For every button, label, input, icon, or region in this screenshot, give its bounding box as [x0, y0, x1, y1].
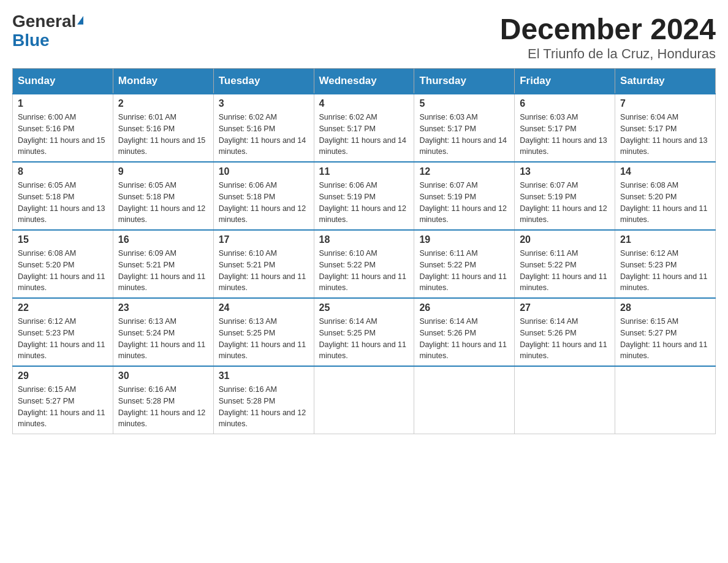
calendar-cell: 5 Sunrise: 6:03 AM Sunset: 5:17 PM Dayli… [414, 94, 515, 162]
column-header-monday: Monday [113, 69, 213, 94]
day-number: 19 [419, 234, 509, 245]
calendar-cell: 4 Sunrise: 6:02 AM Sunset: 5:17 PM Dayli… [314, 94, 414, 162]
day-info: Sunrise: 6:12 AM Sunset: 5:23 PM Dayligh… [18, 316, 108, 362]
column-header-thursday: Thursday [414, 69, 515, 94]
calendar-cell: 28 Sunrise: 6:15 AM Sunset: 5:27 PM Dayl… [615, 298, 716, 366]
calendar-cell: 7 Sunrise: 6:04 AM Sunset: 5:17 PM Dayli… [615, 94, 716, 162]
day-number: 25 [319, 302, 409, 313]
day-number: 20 [520, 234, 610, 245]
title-area: December 2024 El Triunfo de la Cruz, Hon… [500, 12, 716, 62]
calendar-cell: 30 Sunrise: 6:16 AM Sunset: 5:28 PM Dayl… [113, 366, 213, 434]
calendar-cell: 20 Sunrise: 6:11 AM Sunset: 5:22 PM Dayl… [515, 230, 615, 298]
logo-triangle-icon [77, 16, 83, 25]
day-info: Sunrise: 6:15 AM Sunset: 5:27 PM Dayligh… [18, 384, 108, 430]
calendar-header-row: SundayMondayTuesdayWednesdayThursdayFrid… [13, 69, 716, 94]
calendar-cell: 13 Sunrise: 6:07 AM Sunset: 5:19 PM Dayl… [515, 162, 615, 230]
logo-blue-text: Blue [12, 31, 83, 50]
day-number: 10 [219, 166, 309, 177]
calendar-cell: 2 Sunrise: 6:01 AM Sunset: 5:16 PM Dayli… [113, 94, 213, 162]
column-header-friday: Friday [515, 69, 615, 94]
day-number: 29 [18, 370, 108, 381]
day-number: 13 [520, 166, 610, 177]
day-info: Sunrise: 6:04 AM Sunset: 5:17 PM Dayligh… [620, 112, 710, 158]
column-header-tuesday: Tuesday [213, 69, 314, 94]
day-number: 23 [118, 302, 208, 313]
day-number: 28 [620, 302, 710, 313]
day-info: Sunrise: 6:05 AM Sunset: 5:18 PM Dayligh… [118, 180, 208, 226]
day-info: Sunrise: 6:15 AM Sunset: 5:27 PM Dayligh… [620, 316, 710, 362]
calendar-cell: 18 Sunrise: 6:10 AM Sunset: 5:22 PM Dayl… [314, 230, 414, 298]
day-info: Sunrise: 6:14 AM Sunset: 5:26 PM Dayligh… [520, 316, 610, 362]
calendar-cell [515, 366, 615, 434]
day-info: Sunrise: 6:16 AM Sunset: 5:28 PM Dayligh… [118, 384, 208, 430]
day-number: 11 [319, 166, 409, 177]
calendar-cell: 17 Sunrise: 6:10 AM Sunset: 5:21 PM Dayl… [213, 230, 314, 298]
day-number: 30 [118, 370, 208, 381]
day-number: 26 [419, 302, 509, 313]
day-info: Sunrise: 6:10 AM Sunset: 5:21 PM Dayligh… [219, 248, 309, 294]
calendar-cell: 14 Sunrise: 6:08 AM Sunset: 5:20 PM Dayl… [615, 162, 716, 230]
day-info: Sunrise: 6:05 AM Sunset: 5:18 PM Dayligh… [18, 180, 108, 226]
day-number: 4 [319, 98, 409, 109]
day-info: Sunrise: 6:01 AM Sunset: 5:16 PM Dayligh… [118, 112, 208, 158]
day-info: Sunrise: 6:09 AM Sunset: 5:21 PM Dayligh… [118, 248, 208, 294]
day-number: 6 [520, 98, 610, 109]
calendar-cell: 31 Sunrise: 6:16 AM Sunset: 5:28 PM Dayl… [213, 366, 314, 434]
day-number: 21 [620, 234, 710, 245]
calendar-cell: 3 Sunrise: 6:02 AM Sunset: 5:16 PM Dayli… [213, 94, 314, 162]
day-info: Sunrise: 6:10 AM Sunset: 5:22 PM Dayligh… [319, 248, 409, 294]
page-title: December 2024 [500, 12, 716, 46]
week-row: 22 Sunrise: 6:12 AM Sunset: 5:23 PM Dayl… [13, 298, 716, 366]
page-subtitle: El Triunfo de la Cruz, Honduras [500, 46, 716, 62]
week-row: 29 Sunrise: 6:15 AM Sunset: 5:27 PM Dayl… [13, 366, 716, 434]
day-info: Sunrise: 6:07 AM Sunset: 5:19 PM Dayligh… [419, 180, 509, 226]
day-number: 14 [620, 166, 710, 177]
day-info: Sunrise: 6:12 AM Sunset: 5:23 PM Dayligh… [620, 248, 710, 294]
calendar-cell [314, 366, 414, 434]
day-number: 31 [219, 370, 309, 381]
calendar-cell: 27 Sunrise: 6:14 AM Sunset: 5:26 PM Dayl… [515, 298, 615, 366]
calendar-table: SundayMondayTuesdayWednesdayThursdayFrid… [12, 68, 716, 434]
day-number: 5 [419, 98, 509, 109]
calendar-cell: 29 Sunrise: 6:15 AM Sunset: 5:27 PM Dayl… [13, 366, 113, 434]
day-info: Sunrise: 6:03 AM Sunset: 5:17 PM Dayligh… [520, 112, 610, 158]
calendar-cell [414, 366, 515, 434]
page-header: General Blue December 2024 El Triunfo de… [12, 12, 716, 62]
calendar-cell: 1 Sunrise: 6:00 AM Sunset: 5:16 PM Dayli… [13, 94, 113, 162]
week-row: 1 Sunrise: 6:00 AM Sunset: 5:16 PM Dayli… [13, 94, 716, 162]
day-number: 1 [18, 98, 108, 109]
day-info: Sunrise: 6:08 AM Sunset: 5:20 PM Dayligh… [620, 180, 710, 226]
calendar-cell: 12 Sunrise: 6:07 AM Sunset: 5:19 PM Dayl… [414, 162, 515, 230]
day-number: 9 [118, 166, 208, 177]
calendar-cell: 25 Sunrise: 6:14 AM Sunset: 5:25 PM Dayl… [314, 298, 414, 366]
calendar-cell: 23 Sunrise: 6:13 AM Sunset: 5:24 PM Dayl… [113, 298, 213, 366]
day-info: Sunrise: 6:06 AM Sunset: 5:18 PM Dayligh… [219, 180, 309, 226]
day-info: Sunrise: 6:13 AM Sunset: 5:24 PM Dayligh… [118, 316, 208, 362]
calendar-cell: 9 Sunrise: 6:05 AM Sunset: 5:18 PM Dayli… [113, 162, 213, 230]
calendar-cell: 15 Sunrise: 6:08 AM Sunset: 5:20 PM Dayl… [13, 230, 113, 298]
calendar-cell: 21 Sunrise: 6:12 AM Sunset: 5:23 PM Dayl… [615, 230, 716, 298]
column-header-saturday: Saturday [615, 69, 716, 94]
calendar-cell: 11 Sunrise: 6:06 AM Sunset: 5:19 PM Dayl… [314, 162, 414, 230]
day-number: 22 [18, 302, 108, 313]
day-info: Sunrise: 6:16 AM Sunset: 5:28 PM Dayligh… [219, 384, 309, 430]
day-info: Sunrise: 6:06 AM Sunset: 5:19 PM Dayligh… [319, 180, 409, 226]
day-info: Sunrise: 6:14 AM Sunset: 5:26 PM Dayligh… [419, 316, 509, 362]
day-info: Sunrise: 6:11 AM Sunset: 5:22 PM Dayligh… [419, 248, 509, 294]
day-number: 24 [219, 302, 309, 313]
logo: General Blue [12, 12, 83, 50]
day-number: 7 [620, 98, 710, 109]
day-number: 18 [319, 234, 409, 245]
calendar-cell: 24 Sunrise: 6:13 AM Sunset: 5:25 PM Dayl… [213, 298, 314, 366]
calendar-cell: 26 Sunrise: 6:14 AM Sunset: 5:26 PM Dayl… [414, 298, 515, 366]
week-row: 8 Sunrise: 6:05 AM Sunset: 5:18 PM Dayli… [13, 162, 716, 230]
day-info: Sunrise: 6:07 AM Sunset: 5:19 PM Dayligh… [520, 180, 610, 226]
calendar-cell [615, 366, 716, 434]
day-info: Sunrise: 6:00 AM Sunset: 5:16 PM Dayligh… [18, 112, 108, 158]
day-info: Sunrise: 6:02 AM Sunset: 5:16 PM Dayligh… [219, 112, 309, 158]
column-header-wednesday: Wednesday [314, 69, 414, 94]
day-number: 15 [18, 234, 108, 245]
day-number: 12 [419, 166, 509, 177]
logo-general-text: General [12, 12, 76, 31]
day-info: Sunrise: 6:02 AM Sunset: 5:17 PM Dayligh… [319, 112, 409, 158]
